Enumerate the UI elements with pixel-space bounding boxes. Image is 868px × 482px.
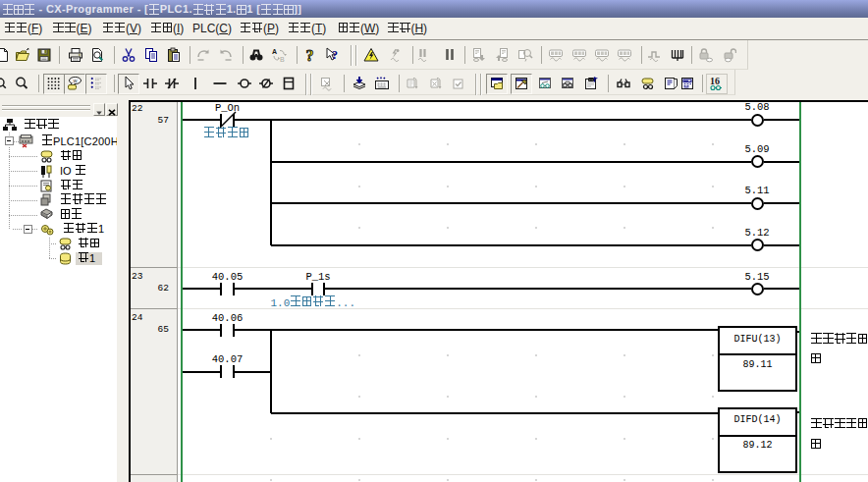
svg-text:?: ?	[306, 47, 314, 63]
svg-text:w: w	[73, 78, 78, 83]
svg-text:B: B	[280, 56, 285, 63]
svg-text:16: 16	[710, 76, 720, 86]
svg-text:?: ?	[332, 48, 338, 62]
svg-text:A: A	[272, 48, 277, 55]
